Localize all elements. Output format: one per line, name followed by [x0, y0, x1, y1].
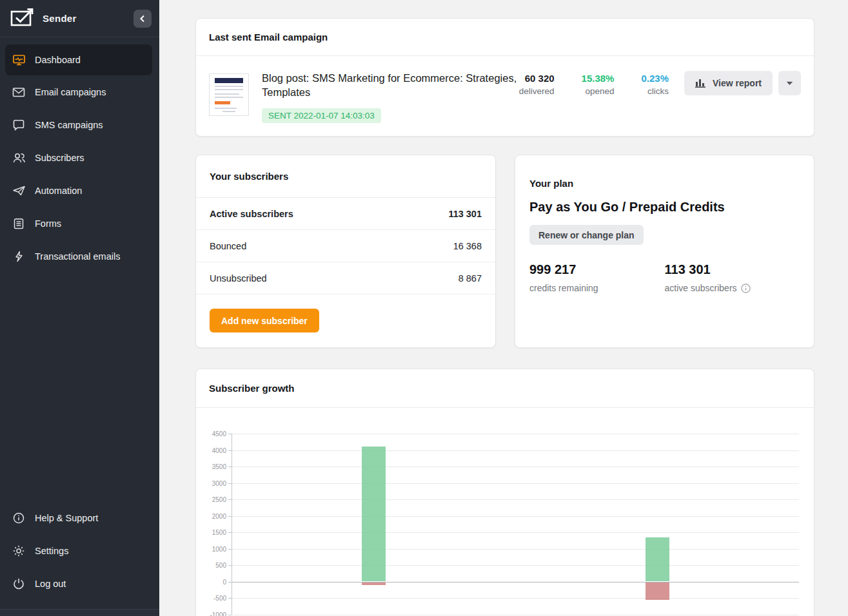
your-subscribers-card: Your subscribers Active subscribers 113 … [195, 155, 496, 348]
help-icon [12, 512, 26, 525]
campaign-actions: View report [684, 71, 801, 95]
growth-card-header: Subscriber growth [196, 369, 814, 408]
subscribers-row-unsubscribed: Unsubscribed 8 867 [196, 262, 495, 294]
caret-down-icon [786, 81, 793, 86]
view-report-button[interactable]: View report [684, 71, 773, 95]
sidebar-logo-row: Sender [0, 0, 159, 37]
sidebar-item-forms[interactable]: Forms [0, 207, 159, 240]
sidebar-item-label: Email campaigns [35, 87, 106, 97]
sms-icon [12, 119, 26, 131]
y-axis-label: 0 [222, 578, 226, 585]
subscribed-bar [646, 537, 669, 582]
y-axis-label: -1000 [210, 611, 226, 616]
sidebar-item-label: Settings [35, 546, 68, 556]
last-sent-campaign-card: Last sent Email campaign Blog post: SMS … [195, 18, 814, 137]
sidebar-item-label: SMS campaigns [35, 120, 103, 130]
sidebar-collapse-button[interactable] [133, 10, 152, 28]
campaign-thumbnail [209, 73, 249, 116]
y-axis-label: 2000 [212, 512, 226, 519]
sidebar-bottom-strip [0, 609, 159, 616]
your-plan-card: Your plan Pay as You Go / Prepaid Credit… [515, 155, 814, 348]
subscribers-card-header: Your subscribers [196, 155, 495, 198]
plan-card-header: Your plan [529, 155, 800, 194]
sidebar-item-label: Log out [35, 579, 66, 589]
subscribers-row-active: Active subscribers 113 301 [196, 198, 495, 230]
sidebar-item-label: Dashboard [35, 55, 81, 65]
y-axis-line [232, 434, 232, 615]
sidebar-item-dashboard[interactable]: Dashboard [5, 44, 152, 75]
y-axis-label: 4500 [212, 430, 226, 438]
add-new-subscriber-button[interactable]: Add new subscriber [210, 309, 319, 332]
y-axis-label: -500 [213, 595, 226, 602]
y-axis-label: 3500 [212, 463, 226, 470]
metric-active-subscribers: 113 301 active subscribers [665, 262, 800, 293]
sidebar-item-sms-campaigns[interactable]: SMS campaigns [0, 108, 159, 141]
growth-chart-plot: 450040003500300025002000150010005000-500… [232, 434, 799, 616]
gridline [232, 467, 799, 467]
gridline [232, 450, 799, 451]
campaign-info: Blog post: SMS Marketing for Ecommerce: … [262, 71, 519, 123]
sidebar-item-subscribers[interactable]: Subscribers [0, 141, 159, 174]
sidebar-item-label: Help & Support [35, 513, 98, 523]
forms-icon [12, 217, 26, 230]
campaign-title: Blog post: SMS Marketing for Ecommerce: … [262, 71, 519, 99]
gridline [232, 516, 799, 517]
gridline [232, 483, 799, 484]
transactional-icon [12, 250, 26, 263]
subscribers-icon [12, 151, 26, 164]
gridline [232, 549, 799, 550]
sidebar-item-automation[interactable]: Automation [0, 174, 159, 207]
metric-credits-remaining: 999 217 credits remaining [529, 262, 665, 293]
y-axis-tick [228, 615, 232, 615]
plan-name: Pay as You Go / Prepaid Credits [529, 200, 800, 215]
gridline [232, 434, 799, 434]
y-axis-label: 3000 [212, 479, 226, 486]
sidebar-item-label: Automation [35, 186, 82, 196]
info-icon[interactable] [741, 284, 751, 293]
subscribed-bar [362, 447, 386, 581]
gridline [232, 598, 799, 599]
renew-or-change-plan-button[interactable]: Renew or change plan [529, 225, 644, 245]
sidebar: Sender Dashboard [0, 0, 159, 616]
sidebar-item-label: Forms [35, 218, 61, 229]
sender-logo-icon [10, 7, 35, 30]
settings-icon [12, 544, 26, 557]
stat-clicks: 0.23% clicks [641, 73, 669, 96]
y-axis-label: 500 [215, 562, 226, 569]
main-content: Last sent Email campaign Blog post: SMS … [159, 0, 848, 616]
sidebar-item-log-out[interactable]: Log out [0, 567, 159, 600]
sidebar-item-settings[interactable]: Settings [0, 534, 159, 567]
sidebar-item-email-campaigns[interactable]: Email campaigns [0, 75, 159, 108]
subscriber-growth-card: Subscriber growth 4500400035003000250020… [195, 369, 814, 616]
campaign-card-header: Last sent Email campaign [196, 19, 814, 56]
campaign-stats: 60 320 delivered 15.38% opened 0.23% cli… [519, 73, 669, 96]
subscribers-row-bounced: Bounced 16 368 [196, 230, 495, 262]
gridline [232, 532, 799, 533]
unsubscribed-bar [362, 582, 386, 585]
sidebar-item-label: Subscribers [35, 153, 84, 163]
y-axis-label: 1500 [212, 529, 226, 536]
email-icon [12, 86, 26, 99]
report-dropdown-button[interactable] [778, 71, 801, 95]
dashboard-icon [12, 53, 26, 66]
sent-status-badge: SENT 2022-01-07 14:03:03 [262, 108, 381, 123]
stat-opened: 15.38% opened [582, 73, 615, 96]
plan-metrics: 999 217 credits remaining 113 301 active… [529, 262, 800, 293]
sidebar-item-help-support[interactable]: Help & Support [0, 501, 159, 534]
sidebar-footer: Help & Support Settings Log out [0, 501, 159, 616]
brand-name: Sender [43, 13, 77, 24]
logout-icon [12, 577, 26, 590]
sidebar-nav: Dashboard Email campaigns SMS campaigns [0, 37, 159, 273]
unsubscribed-bar [646, 582, 669, 601]
stat-delivered: 60 320 delivered [519, 73, 555, 96]
y-axis-label: 2500 [212, 496, 226, 503]
gridline [232, 615, 799, 615]
gridline [232, 582, 799, 582]
growth-chart-area: 450040003500300025002000150010005000-500… [196, 408, 814, 616]
chevron-left-icon [139, 15, 146, 23]
gridline [232, 565, 799, 566]
automation-icon [12, 184, 26, 197]
sidebar-item-transactional-emails[interactable]: Transactional emails [0, 240, 159, 273]
bar-chart-icon [695, 78, 706, 88]
sidebar-item-label: Transactional emails [35, 251, 120, 262]
